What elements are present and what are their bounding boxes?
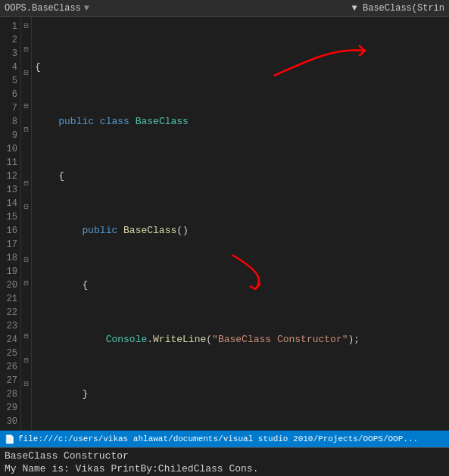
title-bar: OOPS.BaseClass ▼ ▼ BaseClass(Strin [0, 0, 449, 17]
status-bar: 📄 file:///c:/users/vikas ahlawat/documen… [0, 431, 449, 447]
console-line-2: My Name is: Vikas PrintBy:ChiledClass Co… [5, 462, 444, 475]
console-output: BaseClass Constructor My Name is: Vikas … [0, 447, 449, 476]
collapse-markers: ⊟ ⊟ ⊟ ⊟ ⊟ ⊟ ⊟ ⊟ ⊟ ⊟ ⊟ ⊟ [21, 17, 32, 431]
code-text[interactable]: { public class BaseClass { public BaseCl… [32, 17, 449, 431]
line-numbers: 1 2 3 4 5 6 7 8 9 10 11 12 13 14 15 16 1… [0, 17, 21, 431]
tab-label[interactable]: OOPS.BaseClass [5, 3, 81, 14]
file-icon: 📄 [5, 434, 15, 444]
separator: ▼ [84, 3, 89, 14]
member-dropdown[interactable]: ▼ BaseClass(Strin [352, 3, 444, 14]
filepath: file:///c:/users/vikas ahlawat/documents… [18, 434, 418, 443]
console-line-1: BaseClass Constructor [5, 450, 444, 462]
code-editor: 1 2 3 4 5 6 7 8 9 10 11 12 13 14 15 16 1… [0, 17, 449, 431]
